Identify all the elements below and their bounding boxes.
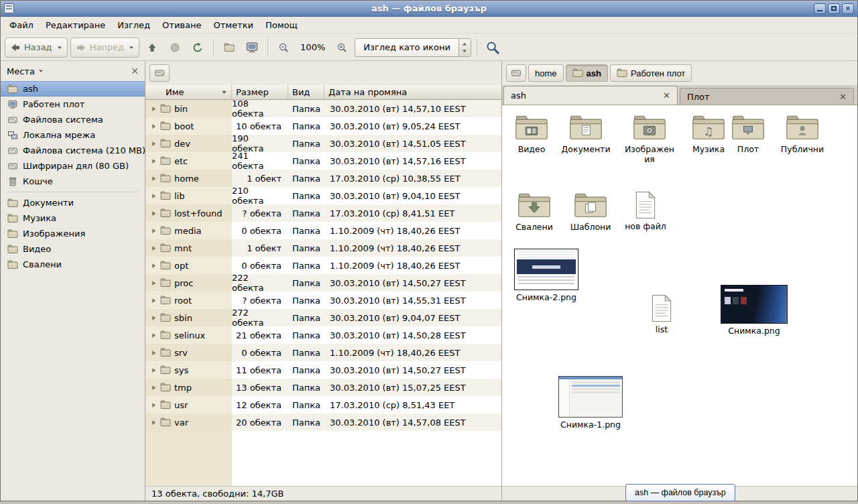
sidebar-item-10[interactable]: Видео (1, 241, 145, 257)
expander-icon[interactable] (151, 123, 157, 129)
table-row[interactable]: bin 108 обекта Папка 30.03.2010 (вт) 14,… (145, 100, 501, 117)
menu-item-4[interactable]: Отметки (207, 18, 259, 32)
table-row[interactable]: selinux 21 обекта Папка 30.03.2010 (вт) … (145, 326, 501, 344)
icon-item-7[interactable]: Шаблони (562, 191, 619, 232)
expander-icon[interactable] (151, 210, 157, 216)
icon-view[interactable]: Видео Документи Изображения ♫ Музика Пло… (502, 105, 857, 486)
forward-button[interactable]: Напред (70, 38, 139, 58)
sidebar-item-2[interactable]: Файлова система (1, 112, 145, 127)
column-header-name[interactable]: Име (145, 85, 232, 100)
icon-item-5[interactable]: Публични (774, 113, 831, 154)
expander-icon[interactable] (151, 385, 157, 391)
path-button-2[interactable]: Работен плот (610, 64, 692, 82)
table-row[interactable]: var 20 обекта Папка 30.03.2010 (вт) 14,5… (145, 414, 501, 431)
tab-0[interactable]: ash ✕ (503, 86, 678, 105)
sidebar-item-8[interactable]: Музика (1, 210, 145, 226)
back-button[interactable]: Назад (5, 38, 68, 58)
menu-item-1[interactable]: Редактиране (40, 18, 111, 32)
sidebar-item-1[interactable]: Работен плот (1, 97, 145, 112)
expander-icon[interactable] (151, 176, 157, 182)
expander-icon[interactable] (151, 402, 157, 408)
up-button[interactable] (142, 38, 162, 58)
table-row[interactable]: lib 210 обекта Папка 30.03.2010 (вт) 9,0… (145, 187, 501, 204)
expander-icon[interactable] (151, 106, 157, 112)
icon-item-0[interactable]: Видео (503, 113, 560, 154)
zoom-out-button[interactable] (273, 38, 294, 58)
table-row[interactable]: srv 0 обекта Папка 1.10.2009 (чт) 18,40,… (145, 344, 501, 361)
reload-button[interactable] (188, 38, 208, 58)
table-row[interactable]: dev 190 обекта Папка 30.03.2010 (вт) 14,… (145, 135, 501, 152)
computer-button[interactable] (242, 38, 262, 58)
icon-item-12[interactable]: Снимка-1.png (553, 376, 628, 430)
pathbar-root-button[interactable] (149, 64, 170, 82)
zoom-in-button[interactable] (332, 38, 352, 58)
table-row[interactable]: root ? обекта Папка 30.03.2010 (вт) 14,5… (145, 292, 501, 309)
path-button-1[interactable]: ash (566, 64, 608, 82)
table-row[interactable]: sbin 272 обекта Папка 30.03.2010 (вт) 9,… (145, 309, 501, 326)
sidebar-item-9[interactable]: Изображения (1, 226, 145, 241)
expander-icon[interactable] (151, 228, 157, 234)
table-row[interactable]: proc 222 обекта Папка 30.03.2010 (вт) 14… (145, 274, 501, 292)
expander-icon[interactable] (151, 367, 157, 373)
tab-1[interactable]: Плот ✕ (680, 88, 854, 105)
expander-icon[interactable] (151, 315, 157, 321)
sidebar-item-11[interactable]: Свалени (1, 257, 145, 272)
table-row[interactable]: tmp 13 обекта Папка 30.03.2010 (вт) 15,0… (145, 379, 501, 396)
expander-icon[interactable] (151, 245, 157, 251)
sidebar-item-0[interactable]: ash (1, 81, 145, 97)
table-row[interactable]: sys 11 обекта Папка 30.03.2010 (вт) 14,5… (145, 361, 501, 379)
icon-item-4[interactable]: Плот (726, 113, 770, 154)
stop-button[interactable] (165, 38, 185, 58)
menu-item-2[interactable]: Изглед (111, 18, 156, 32)
icon-item-2[interactable]: Изображения (623, 113, 676, 164)
pathbar-root-button[interactable] (506, 64, 526, 82)
icon-item-8[interactable]: нов файл (617, 191, 674, 231)
menu-item-0[interactable]: Файл (3, 18, 40, 32)
sidebar-item-6[interactable]: Кошче (1, 174, 145, 189)
expander-icon[interactable] (151, 350, 157, 356)
menu-item-5[interactable]: Помощ (259, 18, 304, 32)
icon-item-9[interactable]: Снимка-2.png (509, 249, 584, 302)
table-row[interactable]: lost+found ? обекта Папка 17.03.2010 (ср… (145, 204, 501, 222)
column-header-type[interactable]: Вид (288, 85, 324, 100)
expander-icon[interactable] (151, 420, 157, 426)
maximize-button[interactable] (828, 3, 840, 14)
taskbar-window-button[interactable]: ash — файлов браузър (625, 484, 735, 501)
table-row[interactable]: boot 10 обекта Папка 30.03.2010 (вт) 9,0… (145, 117, 501, 135)
column-header-modified[interactable]: Дата на промяна (324, 85, 501, 100)
table-row[interactable]: usr 12 обекта Папка 17.03.2010 (ср) 8,51… (145, 396, 501, 414)
sidebar-close-icon[interactable]: ✕ (131, 66, 139, 76)
expander-icon[interactable] (151, 193, 157, 199)
home-button[interactable] (219, 38, 239, 58)
table-row[interactable]: opt 0 обекта Папка 1.10.2009 (чт) 18,40,… (145, 257, 501, 274)
titlebar[interactable]: ash — файлов браузър × (1, 1, 857, 17)
table-row[interactable]: etc 241 обекта Папка 30.03.2010 (вт) 14,… (145, 152, 501, 170)
sidebar-item-7[interactable]: Документи (1, 195, 145, 210)
search-button[interactable] (483, 38, 503, 58)
close-tab-icon[interactable]: ✕ (663, 91, 670, 100)
minimize-button[interactable] (814, 3, 826, 14)
icon-item-11[interactable]: Снимка.png (717, 285, 792, 336)
sidebar-item-5[interactable]: Шифриран дял (80 GB) (1, 158, 145, 174)
expander-icon[interactable] (151, 280, 157, 286)
sidebar-item-4[interactable]: Файлова система (210 MB) (1, 143, 145, 158)
expander-icon[interactable] (151, 332, 157, 338)
table-row[interactable]: home 1 обект Папка 17.03.2010 (ср) 10,38… (145, 170, 501, 187)
expander-icon[interactable] (151, 141, 157, 147)
icon-item-6[interactable]: Свалени (506, 191, 562, 232)
column-header-size[interactable]: Размер (232, 85, 288, 100)
icon-item-1[interactable]: Документи (558, 113, 614, 154)
icon-item-10[interactable]: list (633, 294, 690, 334)
sidebar-item-3[interactable]: Локална мрежа (1, 127, 145, 143)
path-button-0[interactable]: home (528, 64, 564, 82)
expander-icon[interactable] (151, 158, 157, 164)
table-row[interactable]: mnt 1 обект Папка 1.10.2009 (чт) 18,40,2… (145, 239, 501, 257)
menu-item-3[interactable]: Отиване (156, 18, 207, 32)
expander-icon[interactable] (151, 298, 157, 304)
sidebar-title[interactable]: Места (7, 66, 35, 76)
expander-icon[interactable] (151, 263, 157, 269)
close-tab-icon[interactable]: ✕ (839, 92, 847, 101)
close-button[interactable]: × (842, 3, 854, 14)
table-row[interactable]: media 0 обекта Папка 1.10.2009 (чт) 18,4… (145, 222, 501, 239)
view-mode-select[interactable]: Изглед като икони (355, 38, 471, 57)
